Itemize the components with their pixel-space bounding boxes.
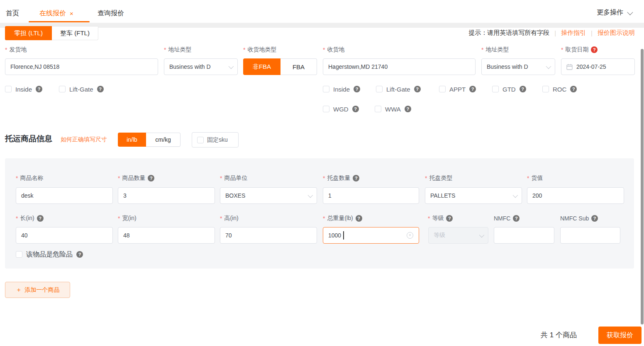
help-icon[interactable]: ? <box>570 86 577 92</box>
tab-online-quote-label: 在线报价 <box>39 9 66 18</box>
height-label: *高(in) <box>220 214 239 223</box>
total-weight-input[interactable] <box>323 227 419 244</box>
nmfc-sub-input[interactable] <box>560 227 620 244</box>
item-value-label: *货值 <box>527 174 543 182</box>
grade-label: *等级 ? <box>428 214 453 223</box>
origin-service-inside: Inside ? <box>5 85 42 93</box>
item-qty-input[interactable] <box>118 187 215 204</box>
unit-cmkg-button[interactable]: cm/kg <box>146 133 181 147</box>
help-icon[interactable]: ? <box>36 86 42 92</box>
chevron-down-icon <box>479 232 485 237</box>
divider: | <box>591 29 593 36</box>
height-input[interactable] <box>220 227 317 244</box>
dest-input[interactable] <box>323 58 476 75</box>
pickup-date-picker[interactable]: 2024-07-25 <box>561 58 635 75</box>
item-value-input[interactable] <box>527 187 624 204</box>
item-qty-label: *商品数量 ? <box>118 174 154 182</box>
pallet-qty-input[interactable] <box>323 187 419 204</box>
help-icon[interactable]: ? <box>148 175 154 181</box>
help-icon[interactable]: ? <box>97 86 104 92</box>
dest-service-wwa: WWA ? <box>375 105 411 113</box>
close-icon[interactable]: × <box>70 10 73 17</box>
help-icon[interactable]: ? <box>405 106 411 112</box>
more-actions-menu[interactable]: 更多操作 <box>597 8 632 17</box>
help-icon[interactable]: ? <box>520 86 526 92</box>
width-input[interactable] <box>118 227 215 244</box>
vertical-scrollbar[interactable] <box>641 49 644 324</box>
nmfc-input[interactable] <box>494 227 554 244</box>
divider: | <box>554 29 556 36</box>
calendar-icon <box>566 64 573 70</box>
help-icon[interactable]: ? <box>37 215 44 222</box>
tab-ftl[interactable]: 整车 (FTL) <box>52 26 98 40</box>
help-icon[interactable]: ? <box>352 106 359 112</box>
dest-address-type-label: *地址类型 <box>481 46 509 54</box>
help-icon[interactable]: ? <box>414 86 421 92</box>
pallet-type-select[interactable]: PALLETS <box>425 187 522 204</box>
inside-checkbox[interactable] <box>5 86 12 92</box>
grade-select[interactable]: 等级 <box>428 227 488 244</box>
roc-checkbox[interactable] <box>542 86 549 92</box>
active-tab-underline <box>29 21 90 22</box>
add-item-button[interactable]: ＋ 添加一个商品 <box>5 282 70 298</box>
item-unit-label: *商品单位 <box>220 174 247 182</box>
help-icon[interactable]: ? <box>356 215 362 222</box>
lift-gate-checkbox[interactable] <box>59 86 66 92</box>
help-icon[interactable]: ? <box>354 86 360 92</box>
tab-online-quote[interactable]: 在线报价 × <box>39 7 73 19</box>
item-name-input[interactable] <box>16 187 113 204</box>
inside-checkbox[interactable] <box>323 86 329 92</box>
chevron-down-icon <box>546 63 551 69</box>
more-actions-label: 更多操作 <box>597 8 623 17</box>
dest-service-wgd: WGD ? <box>323 105 359 113</box>
nmfc-sub-label: NMFC Sub ? <box>560 214 598 223</box>
help-icon[interactable]: ? <box>353 175 359 181</box>
clear-input-icon[interactable]: × <box>407 232 413 239</box>
help-icon[interactable]: ? <box>446 215 453 222</box>
help-icon[interactable]: ? <box>513 215 520 222</box>
wwa-checkbox[interactable] <box>375 106 381 112</box>
length-input[interactable] <box>16 227 113 244</box>
get-quote-button[interactable]: 获取报价 <box>598 327 642 344</box>
cargo-section-title: 托运商品信息 <box>5 133 52 144</box>
help-icon[interactable]: ? <box>591 215 598 222</box>
item-unit-select[interactable]: BOXES <box>220 187 317 204</box>
help-icon[interactable]: ? <box>76 251 83 258</box>
origin-address-type-select[interactable]: Business with D <box>164 58 238 75</box>
size-help-link[interactable]: 如何正确填写尺寸 <box>61 136 107 143</box>
item-count-text: 共 1 个商品 <box>541 330 577 340</box>
dest-type-fba-button[interactable]: FBA <box>281 58 317 75</box>
chevron-down-icon <box>308 192 313 198</box>
origin-label: *发货地 <box>5 46 27 54</box>
tab-ltl[interactable]: 零担 (LTL) <box>5 26 52 40</box>
quote-legend-link[interactable]: 报价图示说明 <box>598 29 635 37</box>
tab-home[interactable]: 首页 <box>6 7 19 19</box>
origin-service-liftgate: Lift-Gate ? <box>59 85 104 93</box>
pickup-date-label: *取货日期 ? <box>561 46 598 54</box>
nmfc-label: NMFC ? <box>494 214 520 223</box>
appt-checkbox[interactable] <box>439 86 446 92</box>
wgd-checkbox[interactable] <box>323 106 329 112</box>
plus-icon: ＋ <box>16 286 22 294</box>
fixed-sku-checkbox[interactable] <box>197 137 204 143</box>
dest-service-gtd: GTD ? <box>492 85 526 93</box>
hint-text: 提示：请用英语填写所有字段 <box>468 29 549 37</box>
operation-guide-link[interactable]: 操作指引 <box>561 29 586 37</box>
dest-label: *收货地 <box>323 46 344 54</box>
dest-address-type-select[interactable]: Business with D <box>481 58 555 75</box>
origin-input[interactable] <box>5 58 158 75</box>
hazard-option: 该物品是危险品 ? <box>16 250 83 259</box>
help-icon[interactable]: ? <box>469 86 476 92</box>
pallet-qty-label: *托盘数量 ? <box>323 174 359 182</box>
weight-label: *总重量(lb) ? <box>323 214 362 223</box>
gtd-checkbox[interactable] <box>492 86 499 92</box>
tab-query-quote[interactable]: 查询报价 <box>98 7 124 19</box>
dest-type-nonfba-button[interactable]: 非FBA <box>243 58 281 75</box>
length-label: *长(in) ? <box>16 214 44 223</box>
origin-address-type-label: *地址类型 <box>164 46 191 54</box>
unit-inlb-button[interactable]: in/lb <box>118 133 146 147</box>
help-icon[interactable]: ? <box>591 46 598 53</box>
chevron-down-icon <box>513 192 518 198</box>
lift-gate-checkbox[interactable] <box>376 86 383 92</box>
hazard-checkbox[interactable] <box>16 251 22 258</box>
